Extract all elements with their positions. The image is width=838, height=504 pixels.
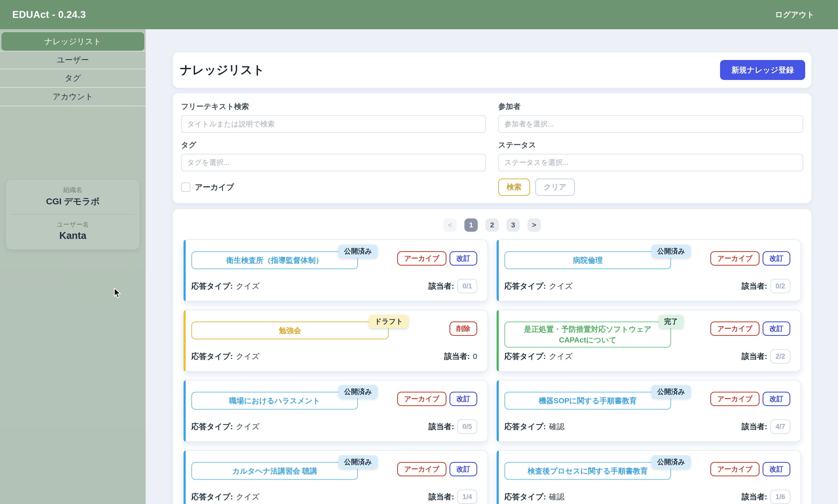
org-user-box: 組織名 CGI デモラボ ユーザー名 Kanta (6, 180, 140, 249)
response-type-value: クイズ (549, 351, 573, 362)
response-type: 応答タイプ: クイズ (504, 281, 573, 291)
applicable-label: 該当者: (742, 351, 767, 362)
revise-button[interactable]: 改訂 (763, 322, 790, 336)
free-text-field: フリーテキスト検索 (181, 102, 486, 133)
knowledge-title-button[interactable]: 勉強会 (191, 322, 389, 339)
archive-button[interactable]: アーカイブ (710, 251, 760, 266)
response-type-label: 応答タイプ: (504, 421, 546, 432)
response-type: 応答タイプ: クイズ (191, 492, 260, 502)
status-badge: 公開済み (338, 455, 378, 469)
applicable: 該当者: 0/5 (428, 419, 477, 434)
status-badge: 完了 (659, 315, 684, 328)
revise-button[interactable]: 改訂 (763, 251, 790, 266)
knowledge-title-button[interactable]: 病院倫理 (504, 251, 671, 269)
status-input[interactable] (498, 154, 803, 171)
archive-button[interactable]: アーカイブ (710, 322, 760, 336)
knowledge-title-button[interactable]: 衛生検査所（指導監督体制） (191, 251, 358, 269)
applicable-count: 0 (473, 352, 477, 361)
applicable: 該当者: 1/4 (428, 490, 477, 504)
pagination-page-1[interactable]: 1 (464, 218, 478, 232)
revise-button[interactable]: 改訂 (763, 462, 790, 476)
revise-button[interactable]: 改訂 (449, 392, 477, 406)
pagination-next[interactable]: > (528, 218, 541, 232)
sidebar-item-0[interactable]: ナレッジリスト (2, 32, 144, 51)
card-meta: 応答タイプ: 確認 該当者: 4/7 (504, 419, 790, 434)
app-shell: ナレッジリストユーザータグアカウント 組織名 CGI デモラボ ユーザー名 Ka… (0, 29, 838, 504)
archive-checkbox[interactable] (181, 182, 190, 192)
applicable-label: 該当者: (444, 351, 470, 362)
status-label: ステータス (498, 140, 803, 150)
card-actions: アーカイブ改訂 (710, 322, 790, 336)
response-type: 応答タイプ: クイズ (191, 281, 260, 291)
archive-button[interactable]: アーカイブ (710, 392, 760, 406)
knowledge-cards-grid: 衛生検査所（指導監督体制） 公開済み アーカイブ改訂 応答タイプ: クイズ 該当… (183, 239, 801, 504)
user-label: ユーザー名 (12, 220, 133, 229)
revise-button[interactable]: 改訂 (449, 462, 477, 476)
revise-button[interactable]: 改訂 (449, 251, 477, 266)
status-field: ステータス (498, 140, 803, 171)
archive-button[interactable]: アーカイブ (397, 251, 446, 266)
status-accent-bar (184, 310, 186, 371)
new-knowledge-button[interactable]: 新規ナレッジ登録 (720, 60, 805, 80)
knowledge-card: 職場におけるハラスメント 公開済み アーカイブ改訂 応答タイプ: クイズ 該当者… (183, 380, 488, 442)
card-actions: 削除 (449, 322, 477, 336)
card-meta: 応答タイプ: クイズ 該当者: 0/2 (504, 279, 790, 293)
pagination: <123> (183, 218, 801, 232)
card-actions: アーカイブ改訂 (710, 392, 790, 406)
logout-button[interactable]: ログアウト (775, 10, 815, 20)
response-type-label: 応答タイプ: (191, 492, 233, 502)
sidebar-item-2[interactable]: タグ (0, 69, 146, 88)
response-type: 応答タイプ: 確認 (504, 492, 565, 502)
response-type: 応答タイプ: クイズ (504, 351, 573, 362)
card-actions: アーカイブ改訂 (710, 462, 790, 476)
sidebar-item-1[interactable]: ユーザー (0, 51, 146, 69)
knowledge-title-button[interactable]: 機器SOPに関する手順書教育 (504, 392, 671, 410)
status-accent-bar (184, 451, 186, 504)
applicable-count: 1/6 (770, 490, 790, 504)
page-title: ナレッジリスト (180, 62, 265, 78)
applicable-label: 該当者: (742, 421, 767, 432)
response-type-label: 応答タイプ: (191, 281, 233, 291)
knowledge-title-button[interactable]: 職場におけるハラスメント (191, 392, 358, 410)
knowledge-title-button[interactable]: 検査後プロセスに関する手順書教育 (504, 462, 671, 480)
response-type-label: 応答タイプ: (504, 492, 546, 502)
applicable-label: 該当者: (742, 492, 767, 502)
applicable: 該当者: 2/2 (742, 349, 790, 363)
app-title: EDUAct - 0.24.3 (12, 9, 86, 20)
response-type-value: クイズ (236, 492, 260, 502)
main-content: ナレッジリスト 新規ナレッジ登録 フリーテキスト検索 参加者 タグ (146, 29, 838, 504)
archive-button[interactable]: アーカイブ (710, 462, 760, 476)
archive-filter-row: アーカイブ (181, 178, 486, 196)
response-type-label: 応答タイプ: (191, 351, 233, 362)
delete-button[interactable]: 削除 (449, 322, 477, 336)
pagination-prev[interactable]: < (443, 218, 457, 232)
participants-input[interactable] (498, 115, 803, 133)
card-meta: 応答タイプ: クイズ 該当者: 1/4 (191, 490, 477, 504)
response-type-value: クイズ (549, 281, 573, 291)
card-actions: アーカイブ改訂 (397, 392, 477, 406)
status-badge: 公開済み (652, 385, 691, 398)
filter-panel: フリーテキスト検索 参加者 タグ ステータス (172, 93, 812, 203)
knowledge-card: 是正処置・予防措置対応ソフトウェアCAPActについて 完了 アーカイブ改訂 応… (496, 310, 801, 372)
archive-button[interactable]: アーカイブ (397, 462, 446, 476)
clear-button[interactable]: クリア (535, 178, 575, 196)
knowledge-card: カルタヘナ法講習会 聴講 公開済み アーカイブ改訂 応答タイプ: クイズ 該当者… (183, 450, 488, 504)
applicable: 該当者: 1/6 (742, 490, 790, 504)
response-type-label: 応答タイプ: (504, 281, 546, 291)
knowledge-title-button[interactable]: 是正処置・予防措置対応ソフトウェアCAPActについて (504, 322, 671, 348)
pagination-page-2[interactable]: 2 (485, 218, 499, 232)
card-meta: 応答タイプ: クイズ 該当者: 0/1 (191, 279, 477, 293)
sidebar-item-3[interactable]: アカウント (0, 88, 146, 106)
revise-button[interactable]: 改訂 (763, 392, 790, 406)
applicable-count: 2/2 (770, 349, 790, 363)
search-button[interactable]: 検索 (498, 178, 530, 196)
applicable-label: 該当者: (428, 492, 454, 502)
response-type-value: 確認 (549, 421, 565, 432)
tags-input[interactable] (181, 154, 486, 171)
applicable: 該当者: 0 (444, 351, 477, 362)
pagination-page-3[interactable]: 3 (506, 218, 520, 232)
response-type-value: クイズ (236, 421, 260, 432)
free-text-input[interactable] (181, 115, 486, 133)
knowledge-title-button[interactable]: カルタヘナ法講習会 聴講 (191, 462, 358, 480)
archive-button[interactable]: アーカイブ (397, 392, 446, 406)
